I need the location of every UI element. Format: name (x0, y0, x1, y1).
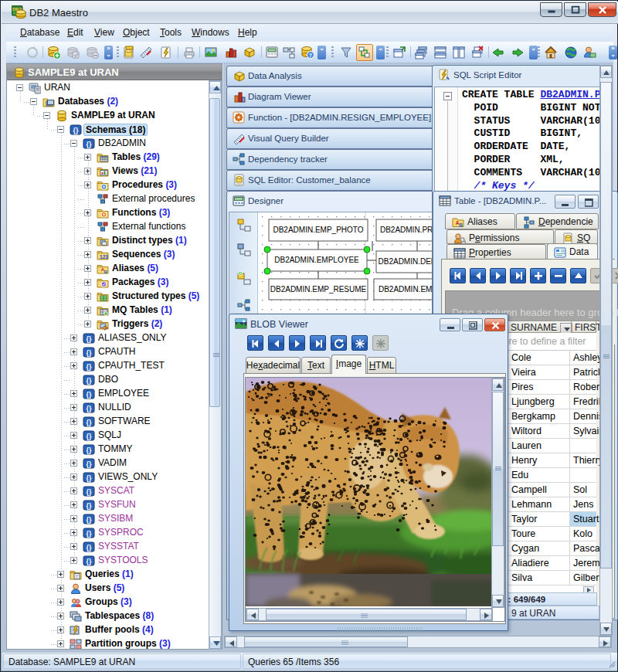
svg-text:{}: {} (86, 349, 92, 357)
svg-text:{}: {} (86, 391, 92, 399)
svg-text:{}: {} (86, 433, 92, 440)
svg-text:{}: {} (86, 488, 92, 496)
svg-text:DB2ADMIN.EMPLOYEE: DB2ADMIN.EMPLOYEE (274, 256, 359, 264)
svg-text:{}: {} (86, 530, 92, 538)
svg-text:DB2ADMIN.EMP: DB2ADMIN.EMP (379, 285, 437, 294)
svg-text:123: 123 (100, 254, 108, 260)
svg-text:{}: {} (86, 377, 92, 385)
svg-text:{}: {} (86, 335, 92, 343)
svg-text:DB2ADMIN.EMP_RESUME: DB2ADMIN.EMP_RESUME (270, 285, 367, 294)
svg-text:{}: {} (86, 419, 92, 426)
svg-text:{}: {} (86, 558, 92, 565)
svg-text:{}: {} (86, 544, 92, 552)
svg-text:{}: {} (86, 446, 92, 454)
svg-text:DB2ADMIN.EMP_PHOTO: DB2ADMIN.EMP_PHOTO (273, 226, 363, 234)
svg-text:B: B (459, 222, 463, 228)
svg-text:{}: {} (86, 516, 92, 524)
svg-text:DB2ADMIN.PRO: DB2ADMIN.PRO (380, 226, 438, 234)
svg-text:B: B (104, 270, 108, 274)
svg-text:{}: {} (86, 460, 92, 468)
svg-text:{}: {} (86, 363, 92, 371)
svg-text:{}: {} (86, 405, 92, 412)
svg-text:DB2ADMIN.DEPA: DB2ADMIN.DEPA (379, 257, 438, 266)
svg-text:{}: {} (86, 474, 92, 482)
svg-text:{}: {} (73, 127, 79, 134)
svg-text:?: ? (309, 53, 312, 58)
svg-text:{}: {} (86, 141, 92, 148)
svg-text:{}: {} (86, 502, 92, 510)
